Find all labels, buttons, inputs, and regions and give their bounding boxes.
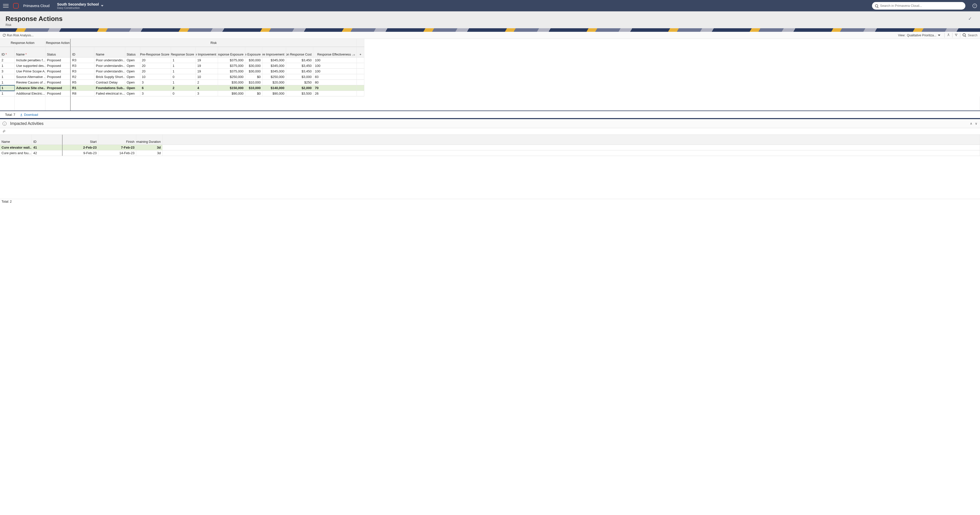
table-cell[interactable]: 3d — [136, 150, 162, 156]
table-cell[interactable]: $3,500 — [286, 91, 313, 96]
global-search[interactable] — [872, 2, 966, 10]
table-cell[interactable]: 10 — [140, 74, 171, 80]
table-cell[interactable]: $250 — [286, 80, 313, 85]
col-post-exposure[interactable]: Post-Response Exposure — [245, 47, 262, 57]
table-cell[interactable]: $3,450 — [286, 57, 313, 63]
table-cell[interactable]: $0 — [245, 74, 262, 80]
table-cell[interactable]: 2 — [196, 80, 218, 85]
view-selector[interactable]: View: Qualitative Prioritiza... — [898, 33, 940, 37]
table-cell[interactable]: 3d — [136, 145, 162, 150]
table-cell[interactable]: Open — [125, 85, 140, 91]
table-cell[interactable]: $30,000 — [245, 68, 262, 74]
add-column-button[interactable]: + — [357, 47, 364, 57]
table-cell[interactable]: $345,000 — [262, 63, 286, 68]
table-cell[interactable]: $30,000 — [218, 80, 245, 85]
table-cell[interactable]: R3 — [71, 68, 94, 74]
context-switcher[interactable]: South Secondary School Davy Construction — [57, 2, 103, 10]
run-risk-analysis-button[interactable]: Run Risk Analysis... — [3, 33, 33, 37]
table-cell[interactable]: Proposed — [45, 74, 71, 80]
arrow-up-icon[interactable]: ∧ — [970, 122, 972, 126]
table-cell[interactable]: 0 — [171, 74, 196, 80]
table-cell[interactable]: $10,000 — [245, 80, 262, 85]
table-cell[interactable]: Open — [125, 91, 140, 96]
table-cell[interactable]: 70 — [313, 85, 357, 91]
table-cell[interactable]: Proposed — [45, 57, 71, 63]
table-cell[interactable]: Poor understandin... — [94, 57, 125, 63]
table-cell[interactable]: Proposed — [45, 68, 71, 74]
table-cell[interactable] — [357, 68, 364, 74]
table-cell[interactable]: 1 — [0, 91, 14, 96]
table-cell[interactable]: 1 — [171, 57, 196, 63]
table-cell[interactable]: 20 — [140, 57, 171, 63]
table-cell[interactable] — [357, 57, 364, 63]
table-cell[interactable] — [162, 150, 980, 156]
table-cell[interactable]: 2-Feb-23 — [62, 145, 99, 150]
table-cell[interactable]: 19 — [196, 68, 218, 74]
table-cell[interactable]: 26 — [313, 91, 357, 96]
col-status[interactable]: Status — [45, 47, 71, 57]
table-cell[interactable]: $250,000 — [262, 74, 286, 80]
col2-id[interactable]: ID — [32, 135, 62, 145]
col2-start[interactable]: Start — [62, 135, 99, 145]
table-cell[interactable] — [357, 63, 364, 68]
col-id[interactable]: ID — [0, 47, 14, 57]
table-cell[interactable]: 1 — [0, 80, 14, 85]
table-cell[interactable]: Failed electrical in... — [94, 91, 125, 96]
table-cell[interactable]: Review Causes of ... — [14, 80, 45, 85]
table-cell[interactable]: 3 — [140, 80, 171, 85]
table-cell[interactable]: 1 — [171, 63, 196, 68]
table-cell[interactable]: Brick Supply Short... — [94, 74, 125, 80]
table-cell[interactable]: 7-Feb-23 — [99, 145, 136, 150]
download-button[interactable]: Download — [20, 113, 38, 116]
table-cell[interactable]: 20 — [140, 63, 171, 68]
table-cell[interactable]: 9-Feb-23 — [62, 150, 99, 156]
table-cell[interactable]: $3,450 — [286, 68, 313, 74]
table-cell[interactable]: $250,000 — [218, 74, 245, 80]
table-cell[interactable]: Proposed — [45, 63, 71, 68]
table-cell[interactable]: 19 — [196, 63, 218, 68]
table-cell[interactable]: 1 — [0, 74, 14, 80]
table-cell[interactable]: $3,450 — [286, 63, 313, 68]
table-cell[interactable]: Poor understandin... — [94, 68, 125, 74]
table-cell[interactable]: 19 — [196, 57, 218, 63]
table-cell[interactable]: $375,000 — [218, 63, 245, 68]
global-search-input[interactable] — [880, 4, 963, 8]
table-cell[interactable]: $3,000 — [286, 74, 313, 80]
col2-name[interactable]: Name — [0, 135, 32, 145]
table-cell[interactable]: Advance Site che... — [14, 85, 45, 91]
table-cell[interactable]: Contract Delay — [94, 80, 125, 85]
table-cell[interactable] — [357, 91, 364, 96]
table-cell[interactable]: Cure piers and fou... — [0, 150, 32, 156]
table-cell[interactable]: 1 — [171, 80, 196, 85]
col-exposure-improvement[interactable]: Exposure Improvement — [262, 47, 286, 57]
wrench-icon[interactable] — [3, 129, 6, 134]
table-cell[interactable]: 80 — [313, 80, 357, 85]
table-cell[interactable]: 1 — [0, 85, 14, 91]
table-cell[interactable]: Open — [125, 57, 140, 63]
help-icon[interactable]: ? — [972, 3, 977, 8]
search-label[interactable]: Search — [968, 33, 977, 37]
table-cell[interactable]: Include penalties f... — [14, 57, 45, 63]
table-cell[interactable]: 10 — [196, 74, 218, 80]
table-cell[interactable]: 2 — [0, 57, 14, 63]
filter-icon[interactable] — [954, 33, 959, 37]
col-pre-exposure[interactable]: Pre-Response Exposure — [218, 47, 245, 57]
col2-finish[interactable]: Finish — [99, 135, 136, 145]
table-cell[interactable]: $345,000 — [262, 57, 286, 63]
table-cell[interactable]: 1 — [171, 68, 196, 74]
table-cell[interactable]: 1 — [0, 63, 14, 68]
table-cell[interactable]: $30,000 — [245, 63, 262, 68]
col-post-score[interactable]: Project Post-Response Score — [171, 47, 196, 57]
table-cell[interactable]: $2,000 — [286, 85, 313, 91]
col-score-improvement[interactable]: Score Improvement — [196, 47, 218, 57]
col-risk-name[interactable]: Name — [94, 47, 125, 57]
col2-remaining-duration[interactable]: Remaining Duration — [136, 135, 162, 145]
table-cell[interactable]: R3 — [71, 57, 94, 63]
table-cell[interactable]: 100 — [313, 63, 357, 68]
table-cell[interactable] — [357, 74, 364, 80]
table-cell[interactable]: 3 — [196, 91, 218, 96]
col-risk-id[interactable]: ID — [71, 47, 94, 57]
settings-icon[interactable] — [946, 33, 951, 37]
table-cell[interactable]: 14-Feb-23 — [99, 150, 136, 156]
table-cell[interactable]: Proposed — [45, 91, 71, 96]
